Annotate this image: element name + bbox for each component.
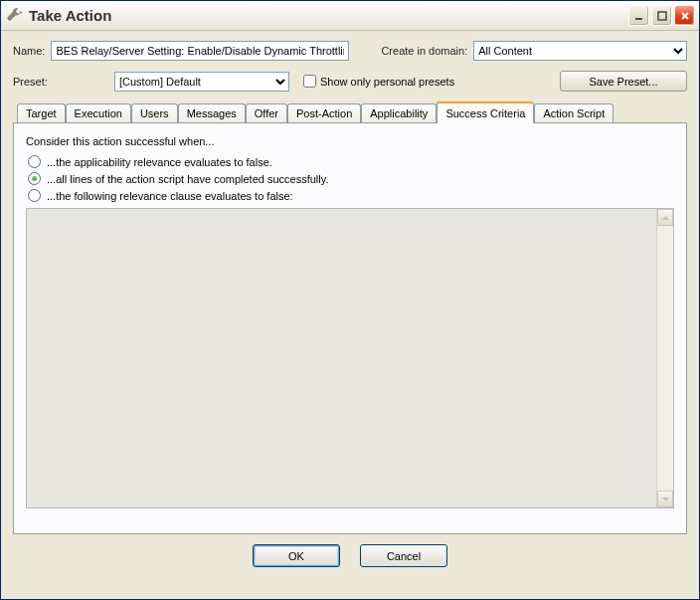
scroll-down-icon[interactable] [657, 491, 673, 507]
save-preset-button[interactable]: Save Preset... [560, 71, 687, 92]
tab-execution[interactable]: Execution [66, 103, 131, 122]
minimize-button[interactable] [628, 5, 649, 26]
tab-users[interactable]: Users [131, 103, 178, 122]
preset-row: Preset: [Custom] Default Show only perso… [13, 71, 687, 92]
domain-select[interactable]: All Content [473, 41, 687, 61]
svg-rect-0 [635, 18, 642, 20]
scrollbar[interactable] [656, 209, 673, 507]
window-controls [628, 5, 695, 26]
preset-label: Preset: [13, 76, 65, 88]
tab-success-criteria[interactable]: Success Criteria [437, 101, 534, 123]
radio-icon[interactable] [28, 189, 41, 202]
cancel-button[interactable]: Cancel [360, 544, 447, 567]
show-personal-checkbox[interactable] [303, 75, 316, 88]
scroll-up-icon[interactable] [657, 209, 673, 226]
show-personal-checkbox-label[interactable]: Show only personal presets [303, 75, 454, 88]
radio-option-relevance-clause[interactable]: ...the following relevance clause evalua… [28, 189, 674, 202]
radio-icon[interactable] [28, 155, 41, 168]
radio-option-applicability[interactable]: ...the applicability relevance evaluates… [28, 155, 674, 168]
show-personal-label: Show only personal presets [320, 76, 454, 88]
close-button[interactable] [674, 5, 695, 26]
tab-post-action[interactable]: Post-Action [287, 103, 361, 122]
svg-rect-1 [658, 12, 666, 20]
tab-offer[interactable]: Offer [246, 103, 287, 122]
name-label: Name: [13, 45, 45, 57]
preset-select[interactable]: [Custom] Default [114, 72, 289, 92]
ok-button[interactable]: OK [253, 544, 340, 567]
domain-label: Create in domain: [381, 45, 467, 57]
window-title: Take Action [29, 7, 628, 24]
radio-label: ...the following relevance clause evalua… [47, 190, 293, 202]
radio-label: ...all lines of the action script have c… [47, 173, 329, 185]
tab-messages[interactable]: Messages [178, 103, 246, 122]
tab-panel-success-criteria: Consider this action successful when... … [13, 122, 687, 534]
tab-strip: Target Execution Users Messages Offer Po… [13, 101, 687, 122]
tab-applicability[interactable]: Applicability [361, 103, 437, 122]
name-row: Name: Create in domain: All Content [13, 41, 687, 61]
tab-action-script[interactable]: Action Script [534, 103, 613, 122]
name-input[interactable] [51, 41, 349, 61]
tab-target[interactable]: Target [17, 103, 66, 122]
radio-option-all-lines[interactable]: ...all lines of the action script have c… [28, 172, 674, 185]
dialog-content: Name: Create in domain: All Content Pres… [1, 31, 699, 581]
radio-icon[interactable] [28, 172, 41, 185]
wrench-icon [7, 8, 23, 24]
radio-label: ...the applicability relevance evaluates… [47, 156, 272, 168]
success-prompt: Consider this action successful when... [26, 135, 674, 147]
title-bar: Take Action [1, 1, 699, 31]
dialog-footer: OK Cancel [13, 534, 687, 573]
maximize-button[interactable] [651, 5, 672, 26]
relevance-textarea[interactable] [26, 208, 674, 508]
